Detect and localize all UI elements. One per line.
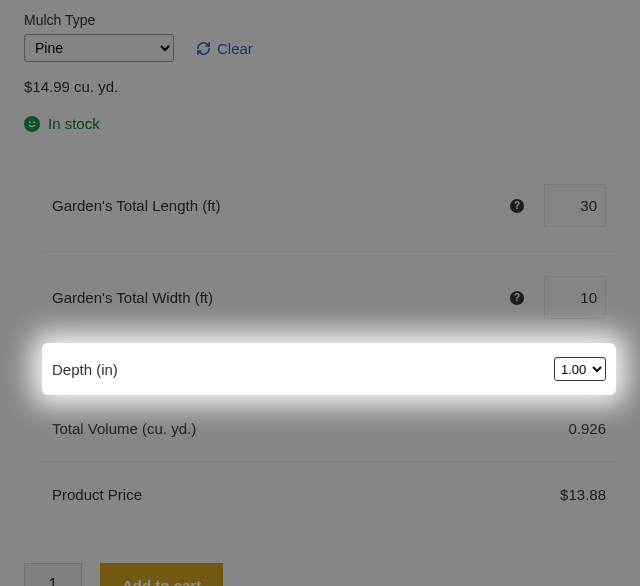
depth-select[interactable]: 1.00 xyxy=(554,357,606,381)
length-label: Garden's Total Length (ft) xyxy=(52,197,510,214)
top-row: Pine Clear xyxy=(24,34,616,62)
width-input[interactable] xyxy=(544,276,606,319)
row-width: Garden's Total Width (ft) ? xyxy=(42,251,616,343)
mulch-type-select[interactable]: Pine xyxy=(24,34,174,62)
calculator: Garden's Total Length (ft) ? Garden's To… xyxy=(42,160,616,527)
row-product-price: Product Price $13.88 xyxy=(42,461,616,527)
unit-price: $14.99 cu. yd. xyxy=(24,78,616,95)
svg-point-1 xyxy=(33,121,35,123)
add-to-cart-button[interactable]: Add to cart xyxy=(100,563,223,586)
help-icon[interactable]: ? xyxy=(510,291,524,305)
row-depth: Depth (in) 1.00 xyxy=(42,343,616,395)
svg-point-0 xyxy=(29,121,31,123)
stock-text: In stock xyxy=(48,115,100,132)
refresh-icon xyxy=(196,41,211,56)
mulch-type-label: Mulch Type xyxy=(24,12,616,28)
volume-value: 0.926 xyxy=(544,420,606,437)
width-label: Garden's Total Width (ft) xyxy=(52,289,510,306)
help-icon[interactable]: ? xyxy=(510,199,524,213)
smiley-icon xyxy=(24,116,40,132)
clear-text: Clear xyxy=(217,40,253,57)
clear-link[interactable]: Clear xyxy=(196,40,253,57)
volume-label: Total Volume (cu. yd.) xyxy=(52,420,544,437)
row-length: Garden's Total Length (ft) ? xyxy=(42,160,616,251)
product-price-value: $13.88 xyxy=(544,486,606,503)
stock-status: In stock xyxy=(24,115,616,132)
depth-label: Depth (in) xyxy=(52,361,554,378)
actions-row: Add to cart xyxy=(24,563,616,586)
length-input[interactable] xyxy=(544,184,606,227)
product-price-label: Product Price xyxy=(52,486,544,503)
row-volume: Total Volume (cu. yd.) 0.926 xyxy=(42,395,616,461)
quantity-input[interactable] xyxy=(24,563,82,586)
